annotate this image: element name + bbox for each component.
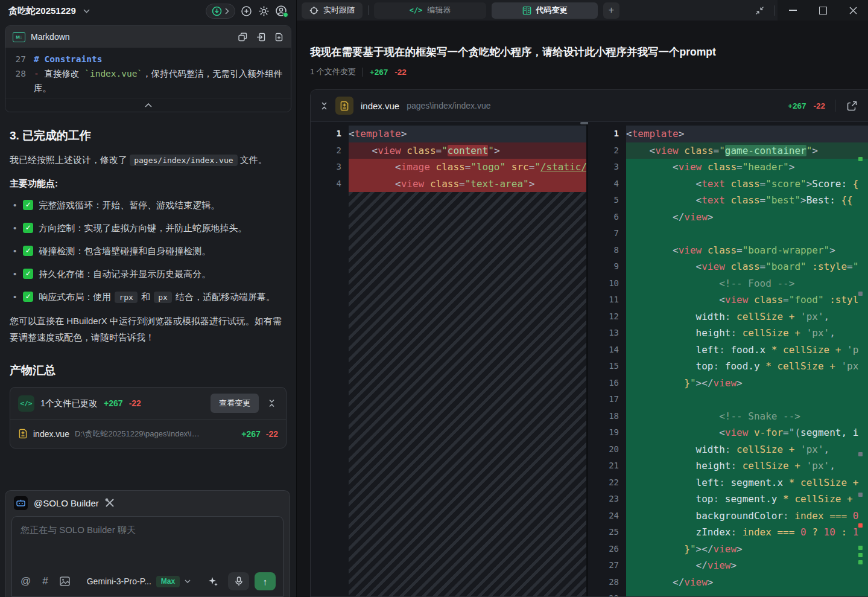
feature-item: •✓响应式布局：使用 rpx 和 px 结合，适配移动端屏幕。 [10,289,287,305]
features-subheading: 主要功能点: [10,178,287,190]
checkmark-icon: ✓ [23,292,33,302]
file-removed-count: -22 [266,429,278,439]
checkmark-icon: ✓ [23,269,33,279]
diff-file-path: pages\index/index.vue [407,101,490,110]
tab-editor[interactable]: </> 编辑器 [374,2,486,19]
tab-label: 实时跟随 [323,5,355,16]
code-changes-view: 我现在需要基于现在的框架写一个贪吃蛇小程序，请给设计此小程序并我写一个promp… [297,21,868,597]
tab-code-changes[interactable]: 代码变更 [492,2,598,19]
copy-icon[interactable] [238,33,247,42]
ruler-mark [858,553,863,557]
hash-icon[interactable]: # [42,575,48,587]
send-button[interactable]: ↑ [255,572,276,590]
tab-live-follow[interactable]: 实时跟随 [302,2,363,19]
diff-line: 25 zIndex: index === 0 ? 10 : 1 [588,524,868,541]
app-window: 贪吃蛇20251229 [0,0,868,597]
checkmark-icon: ✓ [23,200,33,210]
section-heading-artifacts: 产物汇总 [10,363,287,378]
solo-builder-robot-icon [14,496,28,510]
diff-pane-old: 1<template>2 <view class="content">3 <im… [311,122,586,596]
mention-icon[interactable]: @ [21,575,31,587]
markdown-card-header: M↓ Markdown [5,26,291,48]
download-run-pill[interactable] [206,4,235,19]
diff-card: index.vue pages\index/index.vue +267 -22… [310,89,868,597]
collapse-panel-icon[interactable] [753,4,766,17]
chat-toolbar: @ # Gemini-3-Pro-P... Max [21,572,276,590]
image-attach-icon[interactable] [60,576,70,586]
chat-header: @SOLO Builder [5,491,290,515]
tools-icon[interactable] [105,498,115,508]
artifact-file-row[interactable]: index.vue D:\贪吃蛇20251229\pages\index\in.… [10,420,286,448]
change-summary-row: 1 个文件变更 +267 -22 [310,66,868,77]
files-changed-label: 1个文件已更改 [40,398,98,409]
markdown-icon: M↓ [13,32,25,42]
tab-label: 代码变更 [536,5,568,16]
model-selector[interactable]: Gemini-3-Pro-P... Max [87,576,191,587]
diff-line: 24 backgroundColor: index === 0 [588,508,868,525]
diff-line: 9 <view class="board" :style=" [588,258,868,275]
ruler-mark [858,157,863,161]
diff-line: 13 height: cellSize + 'px', [588,325,868,342]
chat-input-box: 您正在与 SOLO Builder 聊天 @ # Gemini-3-Pro-P.… [11,516,284,597]
markdown-code-line: 28- 直接修改 `index.vue`，保持代码整洁，无需引入额外组件库。 [9,66,285,95]
diff-line: 19 <view v-for="(segment, i [588,424,868,441]
left-panel: 贪吃蛇20251229 [0,0,297,597]
view-changes-button[interactable]: 查看变更 [211,394,259,413]
chevron-right-icon [225,8,229,14]
gear-icon[interactable] [257,4,270,18]
sparkle-icon[interactable] [207,576,218,587]
open-in-editor-icon[interactable] [256,33,265,42]
diff-removed-count: -22 [813,101,825,110]
window-close-button[interactable] [838,0,868,21]
project-chevron-down-icon[interactable] [80,4,93,18]
crosshair-icon [309,6,318,15]
diff-line: 4 <text class="score">Score: { [588,176,868,193]
diff-line: 8 <view class="board-wrapper"> [588,242,868,259]
collapse-artifacts-icon[interactable] [265,397,278,410]
fold-diff-icon[interactable] [320,101,328,110]
open-file-icon[interactable] [845,99,858,112]
chat-agent-name: @SOLO Builder [34,498,99,508]
window-maximize-button[interactable] [808,0,838,21]
chat-input[interactable]: 您正在与 SOLO Builder 聊天 [12,517,283,544]
feature-item: •✓碰撞检测：包含墙壁碰撞和自身碰撞检测。 [10,243,287,258]
markdown-card-title: Markdown [31,32,233,42]
intro-paragraph: 我已经按照上述设计，修改了 pages/index/index.vue 文件。 [10,152,287,168]
window-minimize-button[interactable] [778,0,808,21]
max-badge: Max [156,576,180,587]
section-heading-completed-work: 3. 已完成的工作 [10,128,287,144]
outro-paragraph: 您可以直接在 HBuilderX 中运行到浏览器或模拟器进行试玩。如有需要调整速… [10,313,287,345]
diff-line: 27 </view> [588,557,868,574]
diff-line: 21 height: cellSize + 'px', [588,458,868,474]
diff-file-name: index.vue [361,101,399,111]
diff-line: 3 <image class="logo" src="/static/logo.… [311,159,586,176]
inline-code: px [154,292,172,303]
markdown-code-block: 27# Constraints28- 直接修改 `index.vue`，保持代码… [5,48,291,98]
collapse-markdown-button[interactable] [5,98,291,112]
online-status-dot [283,12,288,18]
new-file-icon[interactable] [274,33,284,42]
checkmark-icon: ✓ [23,246,33,256]
assistant-message: 3. 已完成的工作 我已经按照上述设计，修改了 pages/index/inde… [0,128,296,449]
diff-line: 2 <view class="content"> [311,142,586,159]
diff-line: 15 top: food.y * cellSize + 'px [588,358,868,375]
inline-code: rpx [115,292,137,303]
chevron-down-icon [185,579,191,583]
diff-line: 28 </view> [588,574,868,591]
microphone-button[interactable] [228,572,249,590]
new-tab-button[interactable]: + [603,2,619,19]
user-avatar[interactable] [274,4,288,18]
diff-body: 1<template>2 <view class="content">3 <im… [311,122,868,596]
diff-line: 17 [588,391,868,408]
ruler-mark [858,523,863,528]
ruler-mark [858,493,863,497]
ruler-mark [858,560,863,564]
file-added-count: +267 [241,429,261,439]
feature-list: •✓完整游戏循环：开始、暂停、游戏结束逻辑。•✓方向控制：实现了虚拟方向键，并防… [10,197,287,305]
new-chat-icon[interactable] [239,4,253,18]
code-file-icon: </> [18,395,34,412]
diff-line: 5 <text class="best">Best: {{ [588,192,868,209]
diff-line: 6 </view> [588,209,868,226]
overview-ruler[interactable] [858,122,863,596]
files-changed-text: 1 个文件变更 [310,66,356,77]
